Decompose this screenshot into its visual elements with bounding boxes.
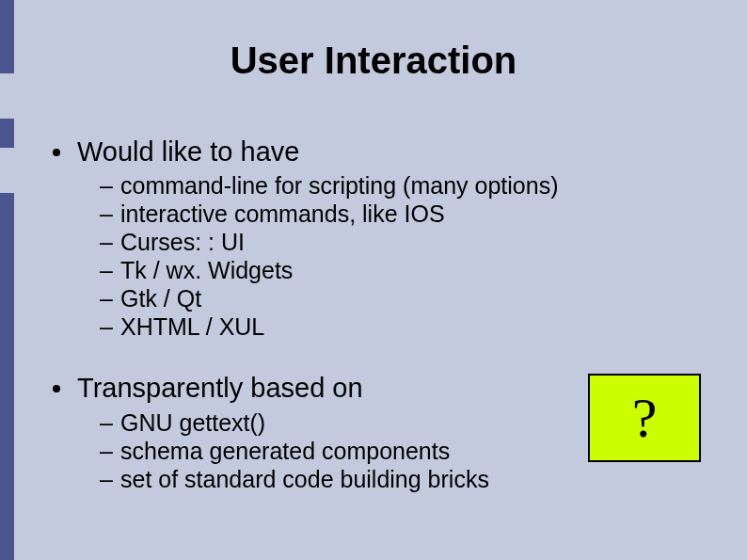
- rail-segment: [0, 119, 14, 148]
- bullet-level2: XHTML / XUL: [77, 312, 704, 341]
- bullet-level2: Gtk / Qt: [77, 284, 704, 312]
- bullet-level2: Curses: : UI: [77, 228, 704, 256]
- spacer: [45, 346, 704, 373]
- slide: User Interaction Would like to have comm…: [0, 0, 747, 560]
- rail-segment: [0, 193, 14, 560]
- slide-title: User Interaction: [0, 40, 747, 82]
- question-mark: ?: [632, 386, 658, 451]
- left-rail: [0, 0, 14, 560]
- bullet-level2: Tk / wx. Widgets: [77, 256, 704, 284]
- bullet-level2: interactive commands, like IOS: [77, 200, 704, 228]
- bullet-text: Transparently based on: [77, 373, 363, 403]
- bullet-text: Would like to have: [77, 136, 299, 167]
- bullet-level1: Would like to have command-line for scri…: [45, 136, 704, 341]
- bullet-level2: set of standard code building bricks: [77, 465, 704, 493]
- bullet-level2: command-line for scripting (many options…: [77, 171, 704, 200]
- question-box: ?: [588, 374, 701, 462]
